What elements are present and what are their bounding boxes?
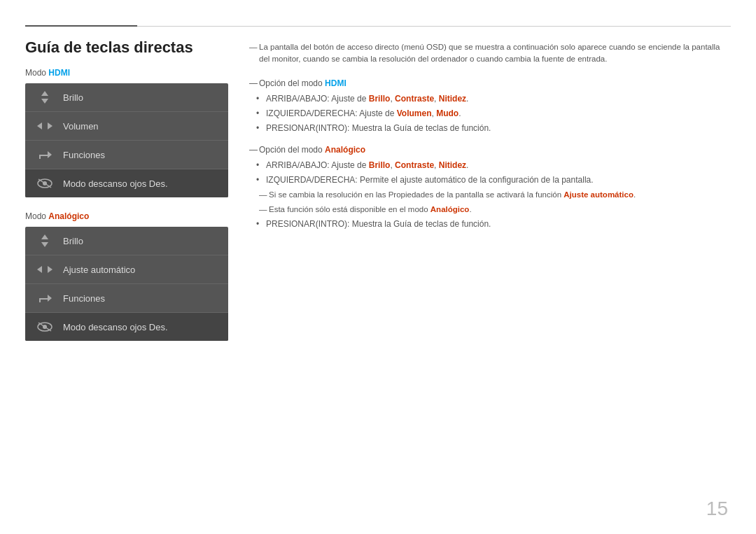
top-line-dark — [25, 25, 137, 27]
analog-funciones-label: Funciones — [63, 293, 105, 304]
arrows-ud-icon — [35, 90, 55, 104]
analog-bullet-1: ARRIBA/ABAJO: Ajuste de Brillo, Contrast… — [256, 159, 731, 172]
enter-icon-2 — [35, 291, 55, 305]
hdmi-menu-item-funciones: Funciones — [25, 141, 228, 169]
analog-option-section: Opción del modo Analógico ARRIBA/ABAJO: … — [249, 145, 731, 231]
analog-brillo-label: Brillo — [63, 236, 83, 246]
analog-bullet-list-2: PRESIONAR(INTRO): Muestra la Guía de tec… — [249, 218, 731, 231]
analog-descanso-label: Modo descanso ojos Des. — [63, 322, 168, 332]
hdmi-menu-item-volumen: Volumen — [25, 112, 228, 141]
svg-marker-8 — [41, 242, 48, 247]
hdmi-option-section: Opción del modo HDMI ARRIBA/ABAJO: Ajust… — [249, 78, 731, 136]
eye-icon-2 — [35, 320, 55, 334]
analog-menu-item-brillo: Brillo — [25, 227, 228, 255]
svg-marker-1 — [41, 99, 48, 104]
analog-ajuste-label: Ajuste automático — [63, 265, 135, 275]
hdmi-bullet-2: IZQUIERDA/DERECHA: Ajuste de Volumen, Mu… — [256, 107, 731, 120]
analog-menu-item-descanso: Modo descanso ojos Des. — [25, 313, 228, 341]
hdmi-bullet-list: ARRIBA/ABAJO: Ajuste de Brillo, Contrast… — [249, 92, 731, 136]
hdmi-menu-item-brillo: Brillo — [25, 83, 228, 112]
analog-menu-item-ajuste: Ajuste automático — [25, 255, 228, 284]
analog-bullet-2: IZQUIERDA/DERECHA: Permite el ajuste aut… — [256, 174, 731, 187]
page-content: Guía de teclas directas Modo HDMI Brillo — [25, 38, 731, 509]
top-line-light — [137, 26, 731, 27]
enter-icon — [35, 148, 55, 162]
hdmi-bullet-1: ARRIBA/ABAJO: Ajuste de Brillo, Contrast… — [256, 92, 731, 106]
svg-marker-7 — [41, 234, 48, 239]
hdmi-funciones-label: Funciones — [63, 150, 105, 160]
right-panel: La pantalla del botón de acceso directo … — [249, 38, 731, 509]
analog-mode-label: Modo Analógico — [25, 211, 228, 221]
analog-bullet-list: ARRIBA/ABAJO: Ajuste de Brillo, Contrast… — [249, 159, 731, 187]
svg-marker-3 — [48, 122, 52, 129]
hdmi-descanso-label: Modo descanso ojos Des. — [63, 178, 168, 189]
arrows-lr-icon-2 — [35, 262, 55, 276]
hdmi-menu-item-descanso: Modo descanso ojos Des. — [25, 169, 228, 197]
svg-marker-10 — [48, 266, 52, 273]
svg-marker-2 — [37, 122, 42, 129]
hdmi-bullet-3: PRESIONAR(INTRO): Muestra la Guía de tec… — [256, 122, 731, 135]
hdmi-option-title: Opción del modo HDMI — [249, 78, 731, 88]
analog-bullet-3: PRESIONAR(INTRO): Muestra la Guía de tec… — [256, 218, 731, 231]
analog-sub-note-2: Esta función sólo está disponible en el … — [249, 204, 731, 216]
page-title: Guía de teclas directas — [25, 38, 228, 57]
hdmi-brillo-label: Brillo — [63, 92, 83, 103]
arrows-ud-icon-2 — [35, 234, 55, 248]
svg-marker-0 — [41, 91, 48, 96]
eye-icon — [35, 176, 55, 190]
page-number: 15 — [706, 498, 728, 520]
analog-menu-box: Brillo Ajuste automático — [25, 227, 228, 341]
hdmi-volumen-label: Volumen — [63, 121, 99, 132]
analog-option-title: Opción del modo Analógico — [249, 145, 731, 155]
left-panel: Guía de teclas directas Modo HDMI Brillo — [25, 38, 228, 509]
analog-menu-item-funciones: Funciones — [25, 284, 228, 313]
hdmi-menu-box: Brillo Volumen Funcione — [25, 83, 228, 197]
analog-sub-note-1: Si se cambia la resolución en las Propie… — [249, 189, 731, 201]
arrows-lr-icon — [35, 119, 55, 133]
intro-note: La pantalla del botón de acceso directo … — [249, 41, 731, 66]
top-line — [25, 25, 731, 27]
hdmi-mode-label: Modo HDMI — [25, 68, 228, 78]
svg-marker-9 — [37, 266, 42, 273]
